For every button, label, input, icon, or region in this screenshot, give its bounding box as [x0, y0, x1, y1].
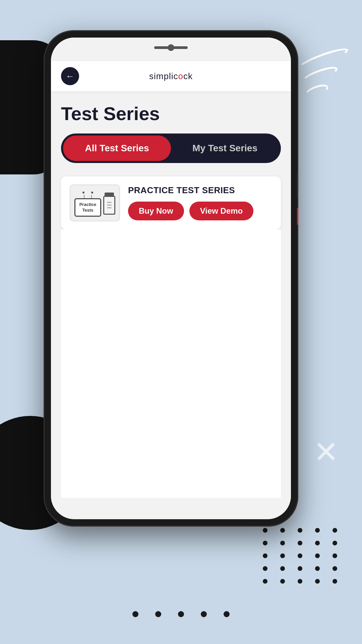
thumbnail-text-line2: Tests — [79, 208, 97, 213]
logo-text-simplic: simplic — [149, 71, 178, 81]
bg-waves — [302, 54, 345, 102]
app-logo: simplicock — [149, 71, 193, 82]
card-info: PRACTICE TEST SERIES Buy Now View Demo — [128, 185, 272, 220]
thumbnail-inner: Practice Tests — [74, 189, 116, 217]
phone-top-bar — [51, 38, 291, 61]
card-thumbnail: Practice Tests — [70, 184, 120, 221]
buy-now-button[interactable]: Buy Now — [128, 202, 184, 220]
side-button-red — [297, 208, 298, 225]
app-header: ← simplicock — [51, 61, 291, 91]
bg-dots-bottom — [132, 611, 230, 617]
back-button[interactable]: ← — [61, 67, 79, 85]
bg-dots-grid — [263, 528, 342, 584]
phone-screen: ← simplicock Test Series All Test Series… — [51, 38, 291, 519]
thumbnail-text-line1: Practice — [79, 202, 97, 208]
logo-o: o — [178, 71, 183, 81]
tab-my-test-series[interactable]: My Test Series — [171, 136, 279, 161]
side-button-volume — [297, 171, 298, 198]
tab-all-test-series[interactable]: All Test Series — [63, 136, 171, 161]
speaker-bar — [154, 46, 188, 49]
app-main: Test Series All Test Series My Test Seri… — [51, 91, 291, 508]
clipboard-body — [103, 196, 115, 215]
view-demo-button[interactable]: View Demo — [189, 202, 254, 220]
phone-frame: ← simplicock Test Series All Test Series… — [44, 30, 298, 527]
page-title: Test Series — [61, 103, 281, 124]
tab-switcher: All Test Series My Test Series — [61, 133, 281, 163]
logo-text-ck: ck — [183, 71, 193, 81]
card-actions: Buy Now View Demo — [128, 202, 272, 220]
card-title: PRACTICE TEST SERIES — [128, 185, 272, 196]
practice-test-series-card: Practice Tests — [61, 176, 281, 229]
empty-content-area — [61, 229, 281, 498]
bg-x-icon: ✕ — [313, 434, 339, 470]
back-arrow-icon: ← — [66, 72, 74, 80]
